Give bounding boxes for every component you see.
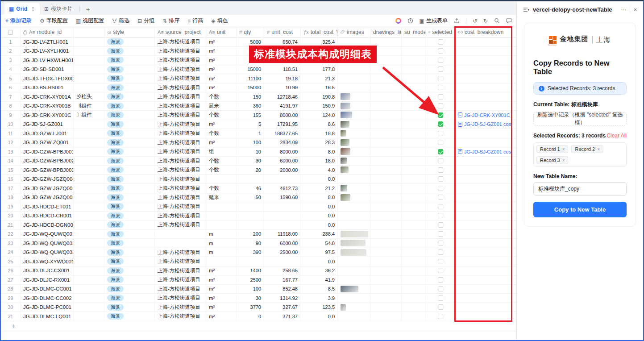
cell-cost-breakdown[interactable]: JG-JD-SJ-GZ001 cost... <box>455 120 512 129</box>
cell-images[interactable] <box>338 157 370 166</box>
cell-drawings-link[interactable] <box>370 230 402 239</box>
cell-su-mode[interactable] <box>402 248 426 257</box>
cell-source-project[interactable]: 上海-方松街道项目 <box>155 266 206 275</box>
cell-unit[interactable] <box>206 220 237 229</box>
row-number[interactable]: 29 <box>1 294 21 303</box>
cell-cost-breakdown[interactable]: JG-JD-CRK-XY001C c... <box>455 111 512 120</box>
cell-selected[interactable] <box>426 248 455 257</box>
cell-unit[interactable]: m <box>206 239 237 248</box>
cell-selected[interactable] <box>426 65 455 74</box>
column-header-images[interactable]: images <box>338 27 370 37</box>
chip-remove-icon[interactable]: × <box>562 147 565 152</box>
cell-style[interactable]: 海派 <box>104 248 155 257</box>
cell-su-mode[interactable] <box>402 92 426 101</box>
cell-module-id[interactable]: JG-JD-WQ-XYWQ001 <box>21 257 74 266</box>
cell-name[interactable] <box>74 193 104 202</box>
column-header-cost_breakdown[interactable]: cost_breakdown <box>455 27 512 37</box>
column-header-drawings_link[interactable]: drawings_link <box>370 27 402 37</box>
cell-su-mode[interactable] <box>402 111 426 120</box>
row-number[interactable]: 14 <box>1 157 21 166</box>
cell-style[interactable]: 海派 <box>104 120 155 129</box>
cell-source-project[interactable]: 上海-方松街道项目 <box>155 166 206 175</box>
row-number[interactable]: 16 <box>1 175 21 184</box>
cell-cost-breakdown[interactable] <box>455 184 512 193</box>
column-header-selected[interactable]: selected <box>426 27 455 37</box>
cell-module-id[interactable]: JG-JD-CRK-XY001C <box>21 111 74 120</box>
cell-cost-breakdown[interactable] <box>455 92 512 101</box>
cell-source-project[interactable]: 上海-方松街道项目 <box>155 56 206 65</box>
cell-drawings-link[interactable] <box>370 138 402 147</box>
chip-remove-icon[interactable]: × <box>597 147 600 152</box>
row-number[interactable]: 31 <box>1 312 21 321</box>
cell-style[interactable]: 海派 <box>104 184 155 193</box>
cell-cost-breakdown[interactable] <box>455 248 512 257</box>
row-number[interactable]: 11 <box>1 129 21 138</box>
cell-selected[interactable] <box>426 157 455 166</box>
cell-cost-breakdown[interactable] <box>455 157 512 166</box>
cell-images[interactable] <box>338 111 370 120</box>
cell-module-id[interactable]: JG-JD-TFDX-TFDX003 <box>21 74 74 83</box>
cell-name[interactable] <box>74 303 104 312</box>
cell-unit[interactable]: m² <box>206 138 237 147</box>
tab-grid[interactable]: ▦ Grid ⋮ <box>4 3 40 15</box>
cell-unit[interactable]: 组 <box>206 147 237 156</box>
cell-unit[interactable]: m <box>206 230 237 239</box>
cell-images[interactable] <box>338 147 370 156</box>
image-thumbnail[interactable] <box>341 231 368 237</box>
cell-drawings-link[interactable] <box>370 248 402 257</box>
cell-style[interactable]: 海派 <box>104 220 155 229</box>
cell-selected[interactable] <box>426 111 455 120</box>
cell-name[interactable] <box>74 257 104 266</box>
cell-name[interactable] <box>74 65 104 74</box>
cell-qty[interactable]: 2500 <box>237 275 264 284</box>
cell-cost-breakdown[interactable] <box>455 47 512 56</box>
cell-su-mode[interactable] <box>402 56 426 65</box>
cell-qty[interactable]: 46 <box>237 184 264 193</box>
cell-drawings-link[interactable] <box>370 239 402 248</box>
undo-icon[interactable]: ↺ <box>473 18 477 24</box>
row-number[interactable]: 7 <box>1 92 21 101</box>
cell-qty[interactable] <box>237 175 264 184</box>
ai-magic-icon[interactable] <box>395 18 401 24</box>
cell-su-mode[interactable] <box>402 230 426 239</box>
cell-source-project[interactable]: 上海-方松街道项目 <box>155 212 206 220</box>
cell-module-id[interactable]: JG-JD-HDCD-DGN001 <box>21 220 74 229</box>
cell-module-id[interactable]: JG-JD-LV-XYLH001 <box>21 47 74 56</box>
cell-su-mode[interactable] <box>402 193 426 202</box>
cell-unit[interactable]: m² <box>206 312 237 321</box>
cell-qty[interactable]: 30 <box>237 294 264 303</box>
cell-cost-breakdown[interactable] <box>455 37 512 46</box>
copy-to-new-table-button[interactable]: Copy to New Table <box>533 202 627 217</box>
image-thumbnail[interactable] <box>341 93 350 100</box>
cell-name[interactable] <box>74 266 104 275</box>
cell-images[interactable] <box>338 193 370 202</box>
cell-cost-breakdown[interactable] <box>455 202 512 211</box>
cell-selected[interactable] <box>426 83 455 92</box>
row-number[interactable]: 3 <box>1 56 21 65</box>
cell-total-cost[interactable]: 8.0 <box>301 193 338 202</box>
row-number[interactable]: 30 <box>1 303 21 312</box>
cell-style[interactable]: 海派 <box>104 239 155 248</box>
cell-su-mode[interactable] <box>402 202 426 211</box>
cell-qty[interactable]: 10 <box>237 147 264 156</box>
cell-total-cost[interactable]: 190.8 <box>301 92 338 101</box>
cell-cost-breakdown[interactable] <box>455 294 512 303</box>
cell-su-mode[interactable] <box>402 275 426 284</box>
cell-unit-cost[interactable]: 8000.00 <box>264 147 301 156</box>
search-icon[interactable] <box>494 18 500 24</box>
group-button[interactable]: ⊟分组 <box>137 17 154 25</box>
cell-su-mode[interactable] <box>402 47 426 56</box>
cell-qty[interactable]: 390 <box>237 248 264 257</box>
cell-style[interactable]: 海派 <box>104 175 155 184</box>
cell-name[interactable]: 〕组件 <box>74 111 104 120</box>
cell-name[interactable] <box>74 147 104 156</box>
cell-unit[interactable]: 个数 <box>206 184 237 193</box>
cell-cost-breakdown[interactable] <box>455 65 512 74</box>
cell-qty[interactable]: 3770 <box>237 303 264 312</box>
cell-unit-cost[interactable]: 10.99 <box>264 83 301 92</box>
cell-unit-cost[interactable]: 188377.65 <box>264 129 301 138</box>
comment-icon[interactable] <box>506 18 512 24</box>
cell-total-cost[interactable]: 0.0 <box>301 257 338 266</box>
cell-su-mode[interactable] <box>402 266 426 275</box>
cell-images[interactable] <box>338 37 370 46</box>
